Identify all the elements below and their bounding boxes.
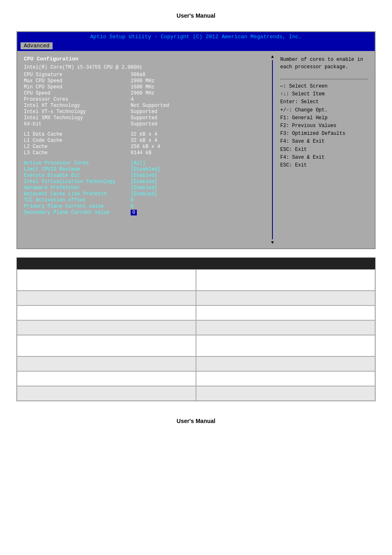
bios-cache-rows: L1 Data Cache 32 kB x 4 L1 Code Cache 32… <box>24 132 265 156</box>
table-cell <box>17 356 196 371</box>
table-row: L1 Data Cache 32 kB x 4 <box>24 132 265 137</box>
table-section <box>16 257 376 401</box>
page-header-title: User's Manual <box>0 0 392 27</box>
table-grid <box>17 269 375 401</box>
table-cell <box>17 335 196 356</box>
table-cell <box>17 269 196 291</box>
table-row: CPU Speed 2900 MHz <box>24 90 265 96</box>
table-row: Intel HT Technology Not Supported <box>24 103 265 109</box>
bios-row-vt[interactable]: Intel Virtualization Technology [Enabled… <box>24 179 265 185</box>
bios-section-title: CPU Configuration <box>24 56 265 62</box>
table-header <box>17 258 375 269</box>
bios-row-adj-cache[interactable]: Adjacent Cache Line Prefetch [Enabled] <box>24 191 265 197</box>
table-row: Processor Cores 4 <box>24 97 265 102</box>
table-row: Intel SMX Technology Supported <box>24 115 265 121</box>
table-row: L3 Cache 6144 kB <box>24 150 265 156</box>
bios-tab-advanced[interactable]: Advanced <box>21 42 53 49</box>
table-cell <box>196 386 375 401</box>
table-cell <box>196 356 375 371</box>
table-cell <box>196 371 375 386</box>
table-cell <box>196 291 375 305</box>
table-cell <box>17 305 196 320</box>
bios-row-limit-cpuid[interactable]: Limit CPUID Maximum [Disabled] <box>24 166 265 172</box>
bios-main-panel: CPU Configuration Intel(R) Core(TM) i5-3… <box>21 54 268 245</box>
bios-row-hw-prefetch[interactable]: Hardware Prefetcher [Enabled] <box>24 185 265 191</box>
sidebar-key-help: ↔: Select Screen ↑↓: Select Item Enter: … <box>280 83 368 169</box>
bios-title-bar: Aptio Setup Utility - Copyright (C) 2012… <box>17 32 375 42</box>
sidebar-help-text: Number of cores to enable ineach process… <box>280 56 368 71</box>
page-footer-title: User's Manual <box>0 409 392 437</box>
table-row: Min CPU Speed 1600 MHz <box>24 84 265 90</box>
table-row: 64-bit Supported <box>24 121 265 127</box>
table-cell <box>17 371 196 386</box>
table-cell <box>17 320 196 335</box>
table-cell <box>196 269 375 291</box>
table-cell <box>17 386 196 401</box>
bios-screen: Aptio Setup Utility - Copyright (C) 2012… <box>16 31 376 249</box>
table-row: Intel VT-x Technology Supported <box>24 109 265 115</box>
scroll-down-indicator: ▼ <box>271 240 274 245</box>
bios-static-rows: CPU Signature 306a8 Max CPU Speed 2900 M… <box>24 72 265 127</box>
table-cell <box>196 320 375 335</box>
table-row: L2 Cache 256 kB x 4 <box>24 144 265 150</box>
table-cell <box>17 291 196 305</box>
bios-cpu-model: Intel(R) Core(TM) i5-3475S CPU @ 2.90GHz <box>24 65 265 70</box>
bios-tab-bar: Advanced <box>17 42 375 51</box>
sidebar-separator <box>280 79 368 79</box>
bios-row-execute-disable[interactable]: Execute Disable Bit [Enabled] <box>24 173 265 178</box>
bios-sidebar: Number of cores to enable ineach process… <box>277 54 371 245</box>
scroll-up-indicator: ▲ <box>271 54 274 59</box>
bios-row-tcc[interactable]: TCC Activation offset 0 <box>24 197 265 203</box>
table-row: Max CPU Speed 2900 MHz <box>24 78 265 84</box>
table-row: CPU Signature 306a8 <box>24 72 265 78</box>
bios-config-rows: Active Processor Cores [All] Limit CPUID… <box>24 160 265 215</box>
bios-row-primary-plane[interactable]: Primary Plane Current value 0 <box>24 204 265 209</box>
table-cell <box>196 335 375 356</box>
bios-body: CPU Configuration Intel(R) Core(TM) i5-3… <box>17 51 375 248</box>
table-row: L1 Code Cache 32 kB x 4 <box>24 138 265 143</box>
table-cell <box>196 305 375 320</box>
bios-row-active-cores[interactable]: Active Processor Cores [All] <box>24 160 265 166</box>
bios-row-secondary-plane[interactable]: Secondary Plane Current value 0 <box>24 210 265 215</box>
